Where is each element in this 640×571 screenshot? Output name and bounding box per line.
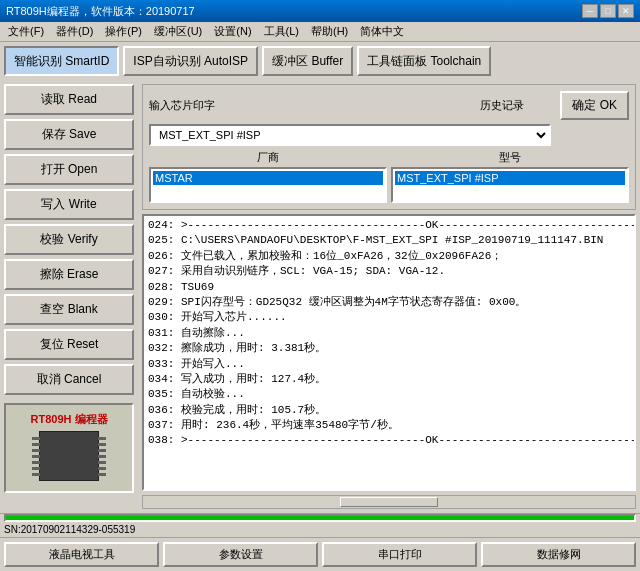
- log-line: 026: 文件已载入，累加校验和：16位_0xFA26，32位_0x2096FA…: [148, 249, 630, 264]
- scroll-thumb[interactable]: [340, 497, 438, 507]
- type-box: 型号 MST_EXT_SPI #ISP: [391, 150, 629, 203]
- type-item[interactable]: MST_EXT_SPI #ISP: [395, 171, 625, 185]
- param-settings-button[interactable]: 参数设置: [163, 542, 318, 567]
- log-line: 031: 自动擦除...: [148, 326, 630, 341]
- menu-bar: 文件(F) 器件(D) 操作(P) 缓冲区(U) 设置(N) 工具(L) 帮助(…: [0, 22, 640, 42]
- log-line: 028: TSU69: [148, 280, 630, 295]
- body-area: 读取 Read 保存 Save 打开 Open 写入 Write 校验 Veri…: [0, 80, 640, 513]
- type-label: 型号: [391, 150, 629, 165]
- sn-bottom-row: SN:20170902114329-055319: [0, 522, 640, 537]
- ok-button[interactable]: 确定 OK: [560, 91, 629, 120]
- vendor-item[interactable]: MSTAR: [153, 171, 383, 185]
- write-button[interactable]: 写入 Write: [4, 189, 134, 220]
- save-button[interactable]: 保存 Save: [4, 119, 134, 150]
- smart-id-button[interactable]: 智能识别 SmartID: [4, 46, 119, 76]
- reset-button[interactable]: 复位 Reset: [4, 329, 134, 360]
- log-line: 029: SPI闪存型号：GD25Q32 缓冲区调整为4M字节状态寄存器值: 0…: [148, 295, 630, 310]
- log-line: 032: 擦除成功，用时: 3.381秒。: [148, 341, 630, 356]
- chip-input-row: 输入芯片印字 历史记录 确定 OK: [149, 91, 629, 120]
- log-line: 033: 开始写入...: [148, 357, 630, 372]
- bottom-toolbar: 液晶电视工具 参数设置 串口打印 数据修网: [0, 537, 640, 571]
- log-line: 027: 采用自动识别链序，SCL: VGA-15; SDA: VGA-12.: [148, 264, 630, 279]
- vendor-box: 厂商 MSTAR: [149, 150, 387, 203]
- menu-buffer[interactable]: 缓冲区(U): [150, 23, 206, 40]
- chip-icon: [39, 431, 99, 481]
- menu-device[interactable]: 器件(D): [52, 23, 97, 40]
- toolchain-button[interactable]: 工具链面板 Toolchain: [357, 46, 491, 76]
- vendor-type-row: 厂商 MSTAR 型号 MST_EXT_SPI #ISP: [149, 150, 629, 203]
- chip-input-label: 输入芯片印字: [149, 98, 215, 113]
- cancel-button[interactable]: 取消 Cancel: [4, 364, 134, 395]
- vendor-listbox[interactable]: MSTAR: [149, 167, 387, 203]
- serial-print-button[interactable]: 串口打印: [322, 542, 477, 567]
- log-horizontal-scrollbar[interactable]: [142, 495, 636, 509]
- progress-bar: [4, 514, 636, 522]
- scroll-track: [143, 497, 635, 507]
- chip-select[interactable]: MST_EXT_SPI #ISP: [149, 124, 551, 146]
- menu-tools[interactable]: 工具(L): [260, 23, 303, 40]
- log-line: 025: C:\USERS\PANDAOFU\DESKTOP\F-MST_EXT…: [148, 233, 630, 248]
- lcd-tool-button[interactable]: 液晶电视工具: [4, 542, 159, 567]
- buffer-button[interactable]: 缓冲区 Buffer: [262, 46, 353, 76]
- log-line: 030: 开始写入芯片......: [148, 310, 630, 325]
- menu-file[interactable]: 文件(F): [4, 23, 48, 40]
- log-line: 024: >----------------------------------…: [148, 218, 630, 233]
- log-line: 037: 用时: 236.4秒，平均速率35480字节/秒。: [148, 418, 630, 433]
- menu-language[interactable]: 简体中文: [356, 23, 408, 40]
- log-line: 036: 校验完成，用时: 105.7秒。: [148, 403, 630, 418]
- type-listbox[interactable]: MST_EXT_SPI #ISP: [391, 167, 629, 203]
- log-line: 038: >----------------------------------…: [148, 433, 630, 448]
- log-area[interactable]: 024: >----------------------------------…: [142, 214, 636, 491]
- sn-label: SN:20170902114329-055319: [4, 524, 135, 535]
- log-line: 035: 自动校验...: [148, 387, 630, 402]
- blank-button[interactable]: 查空 Blank: [4, 294, 134, 325]
- maximize-button[interactable]: □: [600, 4, 616, 18]
- minimize-button[interactable]: ─: [582, 4, 598, 18]
- window-title: RT809H编程器，软件版本：20190717: [6, 4, 195, 19]
- menu-help[interactable]: 帮助(H): [307, 23, 352, 40]
- window-controls: ─ □ ✕: [582, 4, 634, 18]
- data-repair-button[interactable]: 数据修网: [481, 542, 636, 567]
- status-bar: SN:20170902114329-055319 液晶电视工具 参数设置 串口打…: [0, 513, 640, 571]
- menu-settings[interactable]: 设置(N): [210, 23, 255, 40]
- erase-button[interactable]: 擦除 Erase: [4, 259, 134, 290]
- title-bar: RT809H编程器，软件版本：20190717 ─ □ ✕: [0, 0, 640, 22]
- main-content: 智能识别 SmartID ISP自动识别 AutoISP 缓冲区 Buffer …: [0, 42, 640, 571]
- read-button[interactable]: 读取 Read: [4, 84, 134, 115]
- right-panel: 输入芯片印字 历史记录 确定 OK MST_EXT_SPI #ISP 厂商: [138, 80, 640, 513]
- chip-select-row: MST_EXT_SPI #ISP: [149, 124, 629, 146]
- device-label: RT809H 编程器: [30, 412, 107, 427]
- toolbar-row: 智能识别 SmartID ISP自动识别 AutoISP 缓冲区 Buffer …: [0, 42, 640, 80]
- config-area: 输入芯片印字 历史记录 确定 OK MST_EXT_SPI #ISP 厂商: [142, 84, 636, 210]
- log-line: 034: 写入成功，用时: 127.4秒。: [148, 372, 630, 387]
- left-panel: 读取 Read 保存 Save 打开 Open 写入 Write 校验 Veri…: [0, 80, 138, 513]
- menu-operation[interactable]: 操作(P): [101, 23, 146, 40]
- vendor-label: 厂商: [149, 150, 387, 165]
- close-button[interactable]: ✕: [618, 4, 634, 18]
- history-label: 历史记录: [480, 98, 524, 113]
- open-button[interactable]: 打开 Open: [4, 154, 134, 185]
- progress-fill: [6, 516, 634, 520]
- device-image: RT809H 编程器: [4, 403, 134, 493]
- verify-button[interactable]: 校验 Verify: [4, 224, 134, 255]
- auto-isp-button[interactable]: ISP自动识别 AutoISP: [123, 46, 258, 76]
